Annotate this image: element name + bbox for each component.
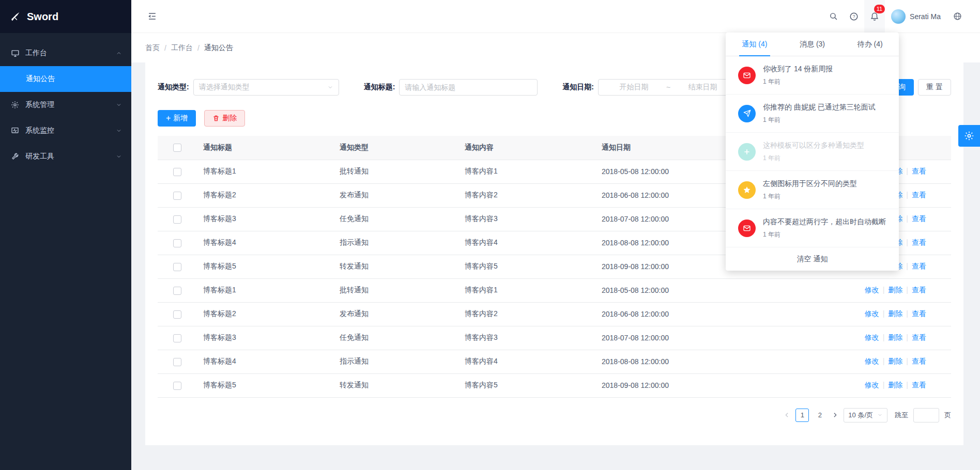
row-checkbox[interactable] bbox=[173, 192, 181, 200]
action-view[interactable]: 查看 bbox=[912, 238, 926, 246]
notification-item[interactable]: 这种模板可以区分多种通知类型1 年前 bbox=[726, 133, 899, 171]
row-checkbox[interactable] bbox=[173, 287, 181, 295]
logo[interactable]: Sword bbox=[0, 0, 131, 33]
notification-item[interactable]: 内容不要超过两行字，超出时自动截断1 年前 bbox=[726, 209, 899, 247]
date-filter-label: 通知日期: bbox=[562, 83, 594, 92]
select-all-checkbox[interactable] bbox=[173, 144, 181, 152]
add-button[interactable]: + 新增 bbox=[158, 110, 196, 127]
notification-item[interactable]: 你收到了 14 份新周报1 年前 bbox=[726, 56, 899, 95]
plus-icon bbox=[738, 143, 756, 161]
sidebar-subitem[interactable]: 通知公告 bbox=[0, 66, 131, 92]
action-delete[interactable]: 删除 bbox=[888, 381, 902, 389]
cell-content: 博客内容4 bbox=[458, 350, 595, 373]
row-checkbox[interactable] bbox=[173, 334, 181, 342]
notification-item[interactable]: 你推荐的 曲妮妮 已通过第三轮面试1 年前 bbox=[726, 95, 899, 133]
breadcrumb-separator: / bbox=[197, 44, 200, 52]
svg-text:?: ? bbox=[853, 14, 855, 19]
row-select-cell bbox=[158, 255, 197, 278]
action-edit[interactable]: 修改 bbox=[865, 357, 879, 365]
cell-content: 博客内容2 bbox=[458, 302, 595, 326]
pagination: 12 10 条/页 跳至 页 bbox=[158, 408, 951, 422]
user-menu[interactable]: Serati Ma bbox=[885, 0, 947, 33]
breadcrumb-item[interactable]: 工作台 bbox=[171, 43, 193, 53]
cell-type: 转发通知 bbox=[333, 373, 458, 397]
sidebar-item-label: 工作台 bbox=[25, 49, 116, 58]
action-view[interactable]: 查看 bbox=[912, 381, 926, 389]
notification-item[interactable]: 左侧图标用于区分不同的类型1 年前 bbox=[726, 171, 899, 209]
chevron-down-icon bbox=[877, 412, 883, 418]
action-delete[interactable]: 删除 bbox=[888, 309, 902, 318]
notice-tab[interactable]: 通知 (4) bbox=[726, 33, 784, 56]
gear-icon bbox=[964, 131, 974, 141]
action-view[interactable]: 查看 bbox=[912, 191, 926, 199]
page-number[interactable]: 2 bbox=[813, 409, 826, 422]
settings-button[interactable] bbox=[958, 125, 980, 147]
action-edit[interactable]: 修改 bbox=[865, 309, 879, 318]
sidebar-collapse-icon[interactable] bbox=[144, 8, 160, 25]
cell-type: 指示通知 bbox=[333, 231, 458, 255]
row-checkbox[interactable] bbox=[173, 168, 181, 176]
cell-date: 2018-07-08 12:00:00 bbox=[595, 326, 818, 350]
action-delete[interactable]: 删除 bbox=[888, 357, 902, 365]
delete-button[interactable]: 删除 bbox=[204, 110, 245, 127]
notification-time: 1 年前 bbox=[763, 116, 876, 124]
action-view[interactable]: 查看 bbox=[912, 309, 926, 318]
help-icon[interactable]: ? bbox=[844, 0, 864, 33]
cell-date: 2018-06-08 12:00:00 bbox=[595, 302, 818, 326]
language-globe-icon[interactable] bbox=[947, 0, 968, 33]
notice-tab[interactable]: 待办 (4) bbox=[841, 33, 899, 56]
send-icon bbox=[738, 105, 756, 122]
action-view[interactable]: 查看 bbox=[912, 357, 926, 365]
action-view[interactable]: 查看 bbox=[912, 333, 926, 341]
action-separator: | bbox=[906, 214, 908, 223]
sidebar-item-label: 系统监控 bbox=[25, 126, 116, 135]
action-view[interactable]: 查看 bbox=[912, 167, 926, 175]
action-view[interactable]: 查看 bbox=[912, 286, 926, 294]
row-checkbox[interactable] bbox=[173, 358, 181, 366]
action-edit[interactable]: 修改 bbox=[865, 286, 879, 294]
row-actions: 修改|删除|查看 bbox=[818, 302, 951, 326]
action-view[interactable]: 查看 bbox=[912, 262, 926, 270]
cell-type: 发布通知 bbox=[333, 183, 458, 207]
jump-page-input[interactable] bbox=[913, 408, 939, 422]
row-checkbox[interactable] bbox=[173, 215, 181, 224]
notifications-bell-icon[interactable]: 11 bbox=[864, 0, 885, 33]
search-icon[interactable] bbox=[823, 0, 844, 33]
title-filter-label: 通知标题: bbox=[364, 83, 395, 92]
sidebar-item[interactable]: 研发工具 bbox=[0, 144, 131, 169]
sidebar-item[interactable]: 系统监控 bbox=[0, 118, 131, 144]
action-edit[interactable]: 修改 bbox=[865, 333, 879, 341]
breadcrumb-item[interactable]: 首页 bbox=[145, 43, 160, 53]
action-edit[interactable]: 修改 bbox=[865, 381, 879, 389]
page-number[interactable]: 1 bbox=[795, 409, 809, 422]
row-checkbox[interactable] bbox=[173, 382, 181, 390]
row-checkbox[interactable] bbox=[173, 239, 181, 247]
row-checkbox[interactable] bbox=[173, 263, 181, 271]
sidebar-item[interactable]: 工作台 bbox=[0, 40, 131, 66]
action-delete[interactable]: 删除 bbox=[888, 286, 902, 294]
prev-page-button[interactable] bbox=[784, 412, 790, 418]
sidebar: Sword 工作台通知公告系统管理系统监控研发工具 bbox=[0, 0, 131, 470]
chevron-down-icon bbox=[116, 128, 122, 134]
notification-title: 左侧图标用于区分不同的类型 bbox=[763, 179, 857, 189]
date-range-picker[interactable]: 开始日期 ~ 结束日期 bbox=[598, 79, 739, 96]
row-checkbox[interactable] bbox=[173, 310, 181, 319]
type-filter-select[interactable]: 请选择通知类型 bbox=[193, 79, 339, 96]
clear-notifications-button[interactable]: 清空 通知 bbox=[726, 247, 899, 271]
title-filter-input[interactable] bbox=[399, 79, 538, 96]
breadcrumb-separator: / bbox=[164, 44, 166, 52]
cell-title: 博客标题3 bbox=[197, 326, 333, 350]
cell-content: 博客内容2 bbox=[458, 183, 595, 207]
next-page-button[interactable] bbox=[832, 412, 838, 418]
action-delete[interactable]: 删除 bbox=[888, 333, 902, 341]
page-size-select[interactable]: 10 条/页 bbox=[844, 408, 887, 422]
notice-tab[interactable]: 消息 (3) bbox=[784, 33, 841, 56]
reset-button[interactable]: 重 置 bbox=[918, 79, 951, 96]
action-separator: | bbox=[906, 262, 908, 270]
sidebar-item[interactable]: 系统管理 bbox=[0, 92, 131, 118]
table-row: 博客标题5转发通知博客内容52018-09-08 12:00:00修改|删除|查… bbox=[158, 373, 951, 397]
cell-title: 博客标题5 bbox=[197, 373, 333, 397]
action-separator: | bbox=[906, 238, 908, 246]
notification-body: 你收到了 14 份新周报1 年前 bbox=[763, 65, 833, 86]
action-view[interactable]: 查看 bbox=[912, 214, 926, 223]
